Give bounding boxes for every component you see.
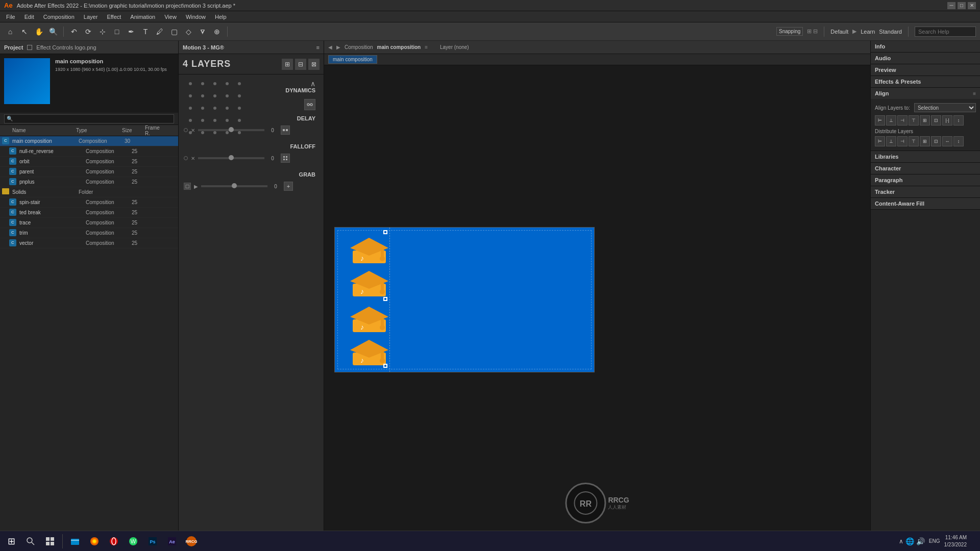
- col-header-size[interactable]: Size: [122, 128, 145, 133]
- menu-animation[interactable]: Animation: [126, 13, 159, 21]
- list-item[interactable]: C null-re_reverse Composition 25: [0, 146, 178, 157]
- align-space-v-button[interactable]: ↕: [953, 115, 964, 126]
- puppet-tool[interactable]: ⊹: [96, 26, 109, 38]
- shape-tool-rect[interactable]: □: [111, 26, 123, 38]
- standard-label[interactable]: Standard: [879, 29, 902, 35]
- list-item[interactable]: C vector Composition 25: [0, 238, 178, 248]
- hand-tool[interactable]: ✋: [33, 26, 45, 38]
- sound-icon[interactable]: 🔊: [916, 537, 925, 545]
- brush-tool[interactable]: ▢: [168, 26, 180, 38]
- preview-section-header[interactable]: Preview: [871, 64, 980, 76]
- col-header-frame[interactable]: Frame R.: [145, 125, 165, 136]
- dist-right-button[interactable]: ⊣: [897, 136, 908, 146]
- col-header-name[interactable]: Name: [2, 128, 76, 133]
- fit-height-button[interactable]: ⊟: [295, 59, 306, 70]
- menu-help[interactable]: Help: [211, 13, 231, 21]
- menu-file[interactable]: File: [2, 13, 19, 21]
- dist-left-button[interactable]: ⊢: [875, 136, 885, 146]
- home-button[interactable]: ⌂: [4, 26, 16, 38]
- ae-button[interactable]: Ae: [163, 532, 181, 550]
- header-menu-icon[interactable]: ≡: [425, 44, 428, 50]
- dist-center-h-button[interactable]: ⊥: [886, 136, 896, 146]
- align-left-button[interactable]: ⊢: [875, 115, 885, 126]
- dist-center-v-button[interactable]: ⊞: [920, 136, 930, 146]
- align-center-h-button[interactable]: ⊥: [886, 115, 896, 126]
- falloff-slider[interactable]: [198, 157, 264, 159]
- search-button[interactable]: [21, 532, 40, 550]
- col-header-type[interactable]: Type: [76, 128, 122, 133]
- fit-width-button[interactable]: ⊠: [308, 59, 320, 70]
- default-preset[interactable]: Default: [830, 29, 848, 35]
- list-item[interactable]: C pnplus Composition 25: [0, 177, 178, 187]
- chevron-up-taskbar-icon[interactable]: ∧: [899, 538, 903, 545]
- align-section-header[interactable]: Align ≡: [871, 88, 980, 99]
- align-right-button[interactable]: ⊣: [897, 115, 908, 126]
- explorer-button[interactable]: [66, 532, 84, 550]
- libraries-section-header[interactable]: Libraries: [871, 151, 980, 162]
- delay-icon-btn[interactable]: [281, 126, 290, 135]
- list-item[interactable]: C main composition Composition 30: [0, 136, 178, 146]
- learn-label[interactable]: Learn: [861, 29, 875, 35]
- list-item[interactable]: C trace Composition 25: [0, 218, 178, 228]
- whatsapp-button[interactable]: W: [124, 532, 142, 550]
- select-tool[interactable]: ↖: [18, 26, 31, 38]
- delay-slider[interactable]: [198, 129, 264, 131]
- align-space-h-button[interactable]: |·|: [942, 115, 952, 126]
- dist-space-v-button[interactable]: ↕: [953, 136, 964, 146]
- pen-tool[interactable]: ✒: [125, 26, 137, 38]
- text-tool[interactable]: T: [139, 26, 152, 38]
- grab-slider[interactable]: [201, 185, 267, 187]
- info-section-header[interactable]: Info: [871, 41, 980, 52]
- list-item[interactable]: C ted break Composition 25: [0, 208, 178, 218]
- ai-button[interactable]: RRCG: [182, 532, 201, 550]
- character-section-header[interactable]: Character: [871, 163, 980, 174]
- align-top-button[interactable]: ⊤: [909, 115, 919, 126]
- menu-window[interactable]: Window: [182, 13, 210, 21]
- window-controls[interactable]: ─ □ ✕: [947, 2, 976, 9]
- dist-bottom-button[interactable]: ⊡: [931, 136, 941, 146]
- audio-section-header[interactable]: Audio: [871, 53, 980, 64]
- opera-button[interactable]: [105, 532, 123, 550]
- firefox-button[interactable]: [85, 532, 104, 550]
- dynamics-icon[interactable]: [304, 99, 315, 110]
- dist-space-h-button[interactable]: ↔: [942, 136, 952, 146]
- zoom-tool[interactable]: 🔍: [47, 26, 59, 38]
- fit-button[interactable]: ⊞: [282, 59, 293, 70]
- align-center-v-button[interactable]: ⊞: [920, 115, 930, 126]
- camera-tool[interactable]: ⊕: [211, 26, 223, 38]
- menu-view[interactable]: View: [160, 13, 181, 21]
- search-input[interactable]: [915, 27, 976, 37]
- effects-section-header[interactable]: Effects & Presets: [871, 76, 980, 87]
- tracker-section-header[interactable]: Tracker: [871, 186, 980, 197]
- eraser-tool[interactable]: ◇: [182, 26, 194, 38]
- list-item[interactable]: C parent Composition 25: [0, 167, 178, 177]
- align-to-select[interactable]: Selection Composition: [914, 103, 976, 112]
- comp-tab[interactable]: main composition: [328, 55, 377, 64]
- project-search-bar[interactable]: [0, 113, 178, 125]
- grab-icon-btn[interactable]: +: [284, 182, 293, 191]
- show-desktop-button[interactable]: [971, 532, 974, 550]
- redo-button[interactable]: ⟳: [82, 26, 94, 38]
- list-item[interactable]: C orbit Composition 25: [0, 157, 178, 167]
- start-button[interactable]: ⊞: [2, 532, 20, 550]
- roto-tool[interactable]: ⛛: [197, 26, 209, 38]
- ps-button[interactable]: Ps: [143, 532, 162, 550]
- paint-tool[interactable]: 🖊: [154, 26, 166, 38]
- paragraph-section-header[interactable]: Paragraph: [871, 174, 980, 186]
- network-icon[interactable]: 🌐: [905, 537, 914, 545]
- task-view-button[interactable]: [41, 532, 59, 550]
- dist-top-button[interactable]: ⊤: [909, 136, 919, 146]
- caf-section-header[interactable]: Content-Aware Fill: [871, 198, 980, 209]
- align-menu-icon[interactable]: ≡: [973, 91, 976, 96]
- menu-composition[interactable]: Composition: [39, 13, 79, 21]
- motion-menu-icon[interactable]: ≡: [316, 44, 320, 51]
- list-item[interactable]: Solids Folder: [0, 187, 178, 197]
- minimize-button[interactable]: ─: [947, 2, 955, 9]
- list-item[interactable]: C trim Composition 25: [0, 228, 178, 238]
- maximize-button[interactable]: □: [958, 2, 966, 9]
- list-item[interactable]: C spin-stair Composition 25: [0, 197, 178, 208]
- chevron-up-icon[interactable]: ∧: [310, 80, 315, 88]
- falloff-icon-btn[interactable]: [281, 154, 290, 163]
- menu-edit[interactable]: Edit: [20, 13, 38, 21]
- menu-layer[interactable]: Layer: [80, 13, 102, 21]
